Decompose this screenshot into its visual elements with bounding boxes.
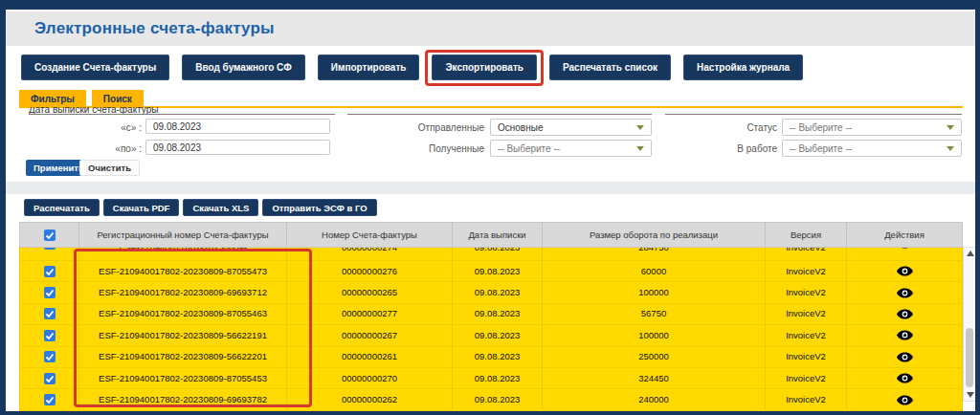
issue-date-cell: 09.08.2023 bbox=[475, 347, 521, 366]
invoices-table: Регистрационный номер Счета-фактурыНомер… bbox=[19, 222, 963, 415]
bulk-actions-toolbar: РаспечататьСкачать PDFСкачать XLSОтправи… bbox=[24, 199, 377, 216]
row-checkbox[interactable] bbox=[44, 248, 56, 250]
toolbar-button[interactable]: Ввод бумажного СФ bbox=[182, 55, 305, 80]
eye-icon[interactable] bbox=[897, 352, 913, 362]
row-checkbox[interactable] bbox=[44, 266, 56, 277]
version-cell: InvoiceV2 bbox=[786, 369, 826, 388]
column-header[interactable]: Номер Счета-фактуры bbox=[287, 223, 453, 247]
table-row: ESF-210940017802-20230809-56622191 00000… bbox=[19, 325, 963, 346]
row-checkbox[interactable] bbox=[44, 330, 56, 341]
row-checkbox[interactable] bbox=[44, 373, 56, 384]
bulk-action-button[interactable]: Скачать XLS bbox=[183, 199, 258, 216]
invoice-number-cell: 00000000277 bbox=[342, 304, 397, 323]
column-header[interactable]: Размер оборота по реализаци bbox=[543, 223, 766, 247]
status-select-value: -- Выберите -- bbox=[790, 122, 852, 133]
table-body: ESF-210940017802-20230809- 00000000274 0… bbox=[19, 248, 963, 411]
direction-group-line bbox=[347, 114, 652, 115]
status-label: Статус bbox=[696, 122, 777, 133]
version-cell: InvoiceV2 bbox=[786, 283, 826, 302]
table-row: ESF-210940017802-20230809- 00000000274 0… bbox=[19, 248, 963, 261]
issue-date-cell: 09.08.2023 bbox=[475, 304, 521, 323]
toolbar-button-wrap: Экспортировать bbox=[432, 55, 537, 80]
table-row: ESF-210940017802-20230809-87055463 00000… bbox=[19, 304, 963, 325]
issue-date-cell: 09.08.2023 bbox=[475, 283, 521, 302]
toolbar-button[interactable]: Настройка журнала bbox=[683, 55, 803, 80]
eye-icon[interactable] bbox=[897, 266, 913, 276]
tab[interactable]: Поиск bbox=[92, 90, 144, 107]
date-to-label: «по» : bbox=[57, 143, 142, 154]
date-to-input[interactable] bbox=[145, 140, 330, 155]
row-checkbox-cell bbox=[19, 261, 79, 281]
row-checkbox[interactable] bbox=[44, 394, 56, 405]
in-work-label: В работе bbox=[696, 143, 777, 154]
scrollbar-thumb[interactable] bbox=[966, 328, 973, 387]
bulk-action-button[interactable]: Скачать PDF bbox=[103, 199, 180, 216]
date-from-input[interactable] bbox=[145, 119, 330, 134]
turnover-cell: 56750 bbox=[641, 304, 666, 323]
toolbar-button-wrap: Настройка журнала bbox=[683, 55, 803, 80]
row-checkbox-cell bbox=[19, 389, 79, 409]
triangle-up-icon[interactable] bbox=[967, 251, 974, 256]
table-row: ESF-210940017802-20230809-56622201 00000… bbox=[19, 347, 963, 368]
column-header[interactable]: Дата выписки bbox=[453, 223, 543, 247]
version-cell: InvoiceV2 bbox=[786, 326, 826, 345]
table-row: ESF-210940017802-20230809-87055453 00000… bbox=[19, 368, 963, 389]
issue-date-cell: 09.08.2023 bbox=[475, 369, 521, 388]
reg-number-cell: ESF-210940017802-20230809- bbox=[119, 248, 247, 257]
sent-select[interactable]: Основные bbox=[490, 119, 652, 136]
row-checkbox-cell bbox=[19, 248, 79, 260]
received-select[interactable]: -- Выберите -- bbox=[490, 140, 652, 157]
page-title: Электронные счета-фактуры bbox=[34, 19, 275, 38]
issue-date-cell: 09.08.2023 bbox=[475, 326, 521, 345]
invoice-number-cell: 00000000267 bbox=[342, 326, 397, 345]
chevron-down-icon bbox=[636, 146, 644, 151]
table-row: ESF-210940017802-20230809-69693782 00000… bbox=[19, 389, 963, 410]
row-checkbox-cell bbox=[19, 325, 79, 345]
bulk-action-button[interactable]: Отправить ЭСФ в ГО bbox=[262, 199, 376, 216]
clear-button[interactable]: Очистить bbox=[79, 160, 140, 176]
column-header[interactable]: Версия bbox=[766, 223, 847, 247]
date-group-line bbox=[29, 114, 335, 115]
row-checkbox[interactable] bbox=[44, 351, 56, 362]
row-checkbox-cell bbox=[19, 368, 79, 388]
in-work-select[interactable]: -- Выберите -- bbox=[782, 140, 962, 157]
eye-icon[interactable] bbox=[897, 330, 913, 340]
turnover-cell: 324450 bbox=[638, 369, 669, 388]
eye-icon[interactable] bbox=[897, 373, 913, 383]
status-select[interactable]: -- Выберите -- bbox=[782, 119, 962, 136]
table-scrollbar[interactable] bbox=[963, 247, 976, 402]
eye-icon[interactable] bbox=[897, 395, 913, 405]
main-toolbar: Создание Счета-фактуры Ввод бумажного СФ… bbox=[21, 55, 803, 80]
column-header[interactable]: Регистрационный номер Счета-фактуры bbox=[79, 223, 287, 247]
received-label: Полученные bbox=[375, 143, 484, 154]
invoice-number-cell: 00000000276 bbox=[342, 262, 397, 281]
row-checkbox[interactable] bbox=[44, 287, 56, 298]
reg-number-cell: ESF-210940017802-20230809-69693782 bbox=[99, 390, 267, 409]
select-all-checkbox[interactable] bbox=[44, 229, 56, 241]
column-header[interactable]: Действия bbox=[847, 223, 963, 247]
tab[interactable]: Фильтры bbox=[19, 90, 86, 107]
table-row: ESF-210940017802-20230809-69693712 00000… bbox=[19, 282, 963, 303]
row-checkbox[interactable] bbox=[44, 308, 56, 319]
version-cell: InvoiceV2 bbox=[786, 304, 826, 323]
in-work-select-value: -- Выберите -- bbox=[790, 143, 852, 154]
version-cell: InvoiceV2 bbox=[786, 262, 826, 281]
invoice-number-cell: 00000000274 bbox=[342, 248, 397, 257]
turnover-cell: 100000 bbox=[638, 326, 669, 345]
reg-number-cell: ESF-210940017802-20230809-87055453 bbox=[99, 369, 267, 388]
toolbar-button[interactable]: Распечатать список bbox=[549, 55, 671, 80]
eye-icon[interactable] bbox=[897, 248, 913, 249]
row-checkbox-cell bbox=[19, 347, 79, 367]
toolbar-button[interactable]: Импортировать bbox=[318, 55, 420, 80]
toolbar-button[interactable]: Создание Счета-фактуры bbox=[21, 55, 169, 80]
triangle-down-icon[interactable] bbox=[967, 392, 974, 398]
filter-tabs: ФильтрыПоиск bbox=[19, 90, 144, 107]
turnover-cell: 240000 bbox=[638, 390, 669, 409]
bulk-action-button[interactable]: Распечатать bbox=[24, 199, 100, 216]
toolbar-button[interactable]: Экспортировать bbox=[432, 55, 537, 80]
row-checkbox-cell bbox=[19, 282, 79, 302]
eye-icon[interactable] bbox=[897, 288, 913, 298]
eye-icon[interactable] bbox=[897, 309, 913, 319]
invoice-number-cell: 00000000270 bbox=[342, 369, 397, 388]
reg-number-cell: ESF-210940017802-20230809-56622191 bbox=[99, 326, 267, 345]
